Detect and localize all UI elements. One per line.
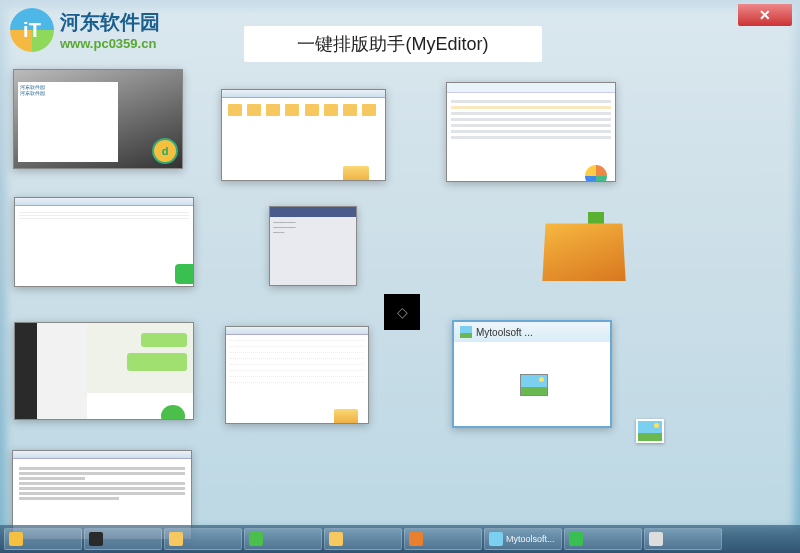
- thumb9-content: [13, 459, 191, 508]
- site-name: 河东软件园: [60, 9, 160, 36]
- picture-icon: [460, 326, 472, 338]
- folder-icon: [343, 166, 369, 181]
- taskbar-button[interactable]: [564, 528, 642, 550]
- taskbar-icon: [169, 532, 183, 546]
- taskbar-icon: [9, 532, 23, 546]
- taskbar-button[interactable]: [164, 528, 242, 550]
- taskbar-icon: [489, 532, 503, 546]
- wps-icon: [175, 264, 194, 284]
- window-thumbnail-2-explorer[interactable]: [221, 89, 386, 181]
- thumb1-app-icon: d: [152, 138, 178, 164]
- close-button[interactable]: ✕: [738, 4, 792, 26]
- thumb7-content: [226, 337, 368, 383]
- taskbar-button[interactable]: [644, 528, 722, 550]
- thumb3-content: [447, 93, 615, 146]
- taskbar-icon: [409, 532, 423, 546]
- taskbar-button[interactable]: Mytoolsoft...: [484, 528, 562, 550]
- window-thumbnail-6-wechat[interactable]: [14, 322, 194, 420]
- taskbar-icon: [649, 532, 663, 546]
- thumb5-content: ──────── ──────── ────: [270, 217, 356, 238]
- picture-icon: [520, 374, 548, 396]
- taskbar: Mytoolsoft...: [0, 525, 800, 553]
- thumb6-contactlist: [37, 323, 87, 419]
- active-window-title: 一键排版助手(MyEditor): [244, 26, 542, 62]
- folder-icon: [334, 409, 358, 424]
- thumb8-titlebar: Mytoolsoft ...: [454, 322, 610, 342]
- taskbar-button[interactable]: [4, 528, 82, 550]
- taskbar-label: Mytoolsoft...: [506, 534, 555, 544]
- taskbar-icon: [329, 532, 343, 546]
- thumb9-titlebar: [13, 451, 191, 459]
- close-icon: ✕: [759, 7, 771, 23]
- thumb7-titlebar: [226, 327, 368, 335]
- wechat-icon: [161, 405, 185, 420]
- site-url: www.pc0359.cn: [60, 36, 160, 51]
- taskbar-button[interactable]: [324, 528, 402, 550]
- taskbar-button[interactable]: [404, 528, 482, 550]
- thumb2-folders: [222, 98, 385, 122]
- window-thumbnail-8-mytoolsoft[interactable]: Mytoolsoft ...: [452, 320, 612, 428]
- window-thumbnail-1[interactable]: 河东软件园 河东软件园 d: [13, 69, 183, 169]
- window-thumbnail-7-filelist[interactable]: [225, 326, 369, 424]
- box-icon: [542, 223, 625, 281]
- thumb8-title-text: Mytoolsoft ...: [476, 327, 533, 338]
- thumb6-chat: [87, 323, 193, 393]
- taskbar-button[interactable]: [84, 528, 162, 550]
- active-window-title-text: 一键排版助手(MyEditor): [297, 32, 488, 56]
- taskbar-icon: [569, 532, 583, 546]
- taskbar-icon: [249, 532, 263, 546]
- thumb4-grid: [15, 206, 193, 223]
- window-thumbnail-5-dialog[interactable]: ──────── ──────── ────: [269, 206, 357, 286]
- window-thumbnail-4-spreadsheet[interactable]: [14, 197, 194, 287]
- package-download-icon[interactable]: [536, 202, 632, 286]
- logo-icon: iT: [10, 8, 54, 52]
- thumb5-titlebar: [270, 207, 356, 217]
- picture-app-icon[interactable]: [636, 419, 664, 443]
- site-logo-block: iT 河东软件园 www.pc0359.cn: [10, 8, 160, 52]
- thumb3-toolbar: [447, 83, 615, 93]
- thumb1-content: 河东软件园 河东软件园: [18, 82, 118, 162]
- taskbar-icon: [89, 532, 103, 546]
- app-icon-dark[interactable]: ◇: [384, 294, 420, 330]
- taskbar-button[interactable]: [244, 528, 322, 550]
- thumb1-brand2: 河东软件园: [20, 90, 116, 96]
- thumb4-titlebar: [15, 198, 193, 206]
- chrome-icon: [585, 165, 607, 182]
- window-thumbnail-3-browser[interactable]: [446, 82, 616, 182]
- thumb6-sidebar: [15, 323, 37, 419]
- thumb2-titlebar: [222, 90, 385, 98]
